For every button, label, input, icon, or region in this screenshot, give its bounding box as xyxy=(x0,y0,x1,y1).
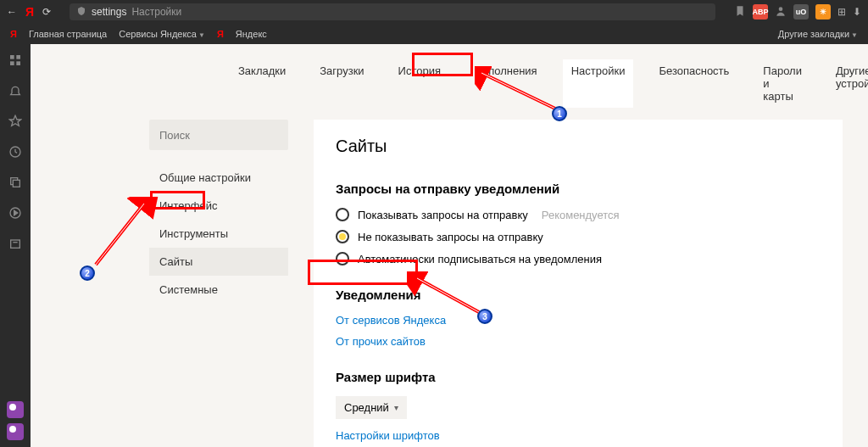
alice-icon-2[interactable] xyxy=(7,423,24,440)
radio-icon xyxy=(336,252,349,265)
annotation-step-3: 3 xyxy=(477,309,492,324)
svg-rect-1 xyxy=(10,55,14,59)
bookmark-yandex[interactable]: Яндекс xyxy=(236,29,267,39)
annotation-step-2: 2 xyxy=(80,265,95,281)
tab-settings[interactable]: Настройки xyxy=(563,59,634,108)
ublock-icon[interactable]: uO xyxy=(793,4,809,20)
user-icon[interactable] xyxy=(775,5,787,20)
link-font-settings[interactable]: Настройки шрифтов xyxy=(336,429,821,442)
menu-general[interactable]: Общие настройки xyxy=(149,164,288,192)
back-icon[interactable]: ← xyxy=(7,6,17,18)
chevron-down-icon: ▾ xyxy=(394,403,398,412)
copy-icon[interactable] xyxy=(8,175,23,190)
menu-system[interactable]: Системные xyxy=(149,276,288,304)
address-bar[interactable]: settings Настройки xyxy=(70,3,715,20)
settings-side-menu: Общие настройки Интерфейс Инструменты Са… xyxy=(149,120,288,447)
font-size-select[interactable]: Средний ▾ xyxy=(336,396,407,419)
star-icon[interactable] xyxy=(8,114,23,129)
link-yandex-services[interactable]: От сервисов Яндекса xyxy=(336,314,821,327)
settings-panel: Сайты Запросы на отправку уведомлений По… xyxy=(314,120,843,447)
main-area: Закладки Загрузки История Дополнения Нас… xyxy=(31,44,868,447)
svg-point-0 xyxy=(779,7,783,11)
address-text: Настройки xyxy=(131,6,181,18)
bookmarks-bar: Я Главная страница Сервисы Яндекса▼ Я Ян… xyxy=(0,24,868,44)
tab-downloads[interactable]: Загрузки xyxy=(311,59,372,108)
shield-icon xyxy=(76,6,86,19)
abp-icon[interactable]: ABP xyxy=(753,4,768,20)
extensions-icon[interactable]: ⊞ xyxy=(837,6,846,18)
radio-show-requests[interactable]: Показывать запросы на отправку Рекоменду… xyxy=(336,208,821,221)
bookmark-other[interactable]: Другие закладки▼ xyxy=(778,29,858,39)
tab-devices[interactable]: Другие устройства xyxy=(827,59,868,108)
download-icon[interactable]: ⬇ xyxy=(853,6,861,18)
radio-auto-subscribe[interactable]: Автоматически подписываться на уведомлен… xyxy=(336,252,821,265)
yandex-logo-icon[interactable]: Я xyxy=(25,5,34,19)
tab-history[interactable]: История xyxy=(390,59,449,108)
svg-rect-2 xyxy=(16,55,20,59)
svg-rect-3 xyxy=(10,61,14,65)
svg-rect-4 xyxy=(16,61,20,65)
tab-passwords[interactable]: Пароли и карты xyxy=(754,59,810,108)
section-notifications: Уведомления xyxy=(336,288,821,302)
section-font-size: Размер шрифта xyxy=(336,370,821,384)
tab-addons[interactable]: Дополнения xyxy=(466,59,546,108)
radio-icon xyxy=(336,230,349,243)
play-icon[interactable] xyxy=(8,205,23,221)
panel-title: Сайты xyxy=(336,137,821,156)
radio-hide-requests[interactable]: Не показывать запросы на отправку xyxy=(336,230,821,243)
section-notif-requests: Запросы на отправку уведомлений xyxy=(336,182,821,196)
tab-bookmarks[interactable]: Закладки xyxy=(230,59,294,108)
settings-tabs: Закладки Загрузки История Дополнения Нас… xyxy=(31,44,868,120)
bell-icon[interactable] xyxy=(8,83,23,98)
annotation-step-1: 1 xyxy=(552,106,567,121)
tab-security[interactable]: Безопасность xyxy=(650,59,737,108)
menu-interface[interactable]: Интерфейс xyxy=(149,192,288,220)
yandex-small-icon[interactable]: Я xyxy=(10,29,17,39)
search-input[interactable] xyxy=(149,120,288,150)
svg-rect-6 xyxy=(13,180,19,187)
link-other-sites[interactable]: От прочих сайтов xyxy=(336,335,821,348)
bookmark-icon[interactable] xyxy=(734,5,746,20)
address-prefix: settings xyxy=(92,6,126,18)
collection-icon[interactable] xyxy=(8,236,23,251)
alice-icon-1[interactable] xyxy=(7,401,24,418)
radio-icon xyxy=(336,208,349,221)
history-icon[interactable] xyxy=(8,144,23,159)
bookmark-main-page[interactable]: Главная страница xyxy=(29,29,107,39)
yandex-small-icon-2[interactable]: Я xyxy=(217,29,224,39)
left-sidebar xyxy=(0,44,31,447)
bookmark-yandex-services[interactable]: Сервисы Яндекса▼ xyxy=(119,29,205,39)
ok-icon[interactable]: ☀ xyxy=(815,4,831,20)
reload-icon[interactable]: ⟳ xyxy=(42,6,51,18)
menu-tools[interactable]: Инструменты xyxy=(149,220,288,248)
svg-rect-8 xyxy=(11,240,20,248)
browser-titlebar: ← Я ⟳ settings Настройки ABP uO ☀ ⊞ ⬇ xyxy=(0,0,868,24)
apps-icon[interactable] xyxy=(8,53,23,68)
menu-sites[interactable]: Сайты xyxy=(149,248,288,276)
